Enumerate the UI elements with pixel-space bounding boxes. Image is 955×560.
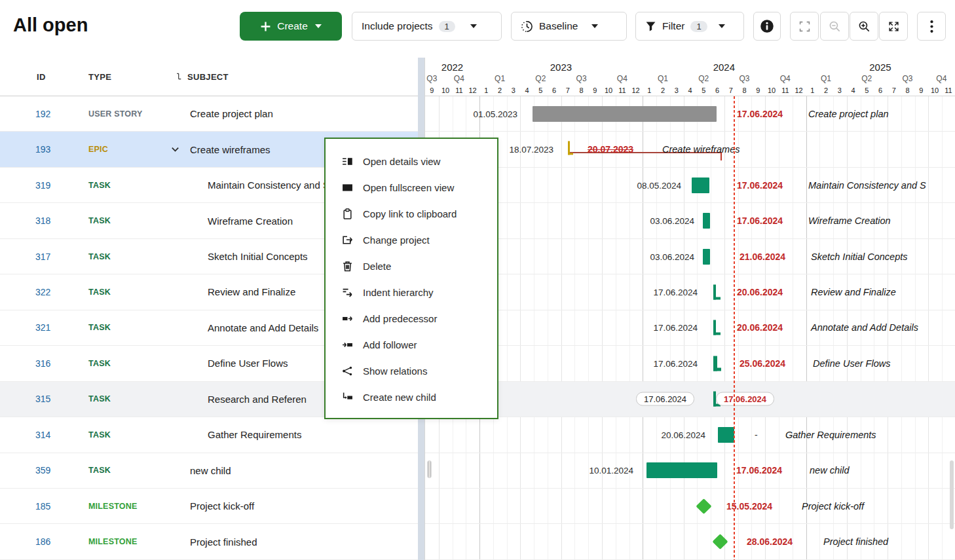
timeline-month-label: 7 (561, 86, 575, 94)
work-package-id-link[interactable]: 317 (0, 252, 88, 262)
fullscreen-icon (341, 182, 353, 193)
gantt-clamp-bar[interactable] (713, 320, 722, 335)
indent-icon (341, 287, 353, 298)
toolbar: All open Create Include projects 1 Basel… (0, 0, 955, 58)
table-row-186[interactable]: 186MILESTONEProject finished (0, 524, 418, 559)
gantt-end-date-label: 20.07.2023 (588, 144, 633, 155)
fullscreen-expand-button[interactable] (879, 12, 908, 41)
work-package-id-link[interactable]: 315 (0, 394, 88, 404)
gantt-start-date-label: 08.05.2024 (637, 180, 681, 190)
context-menu-item-follower[interactable]: Add follower (326, 331, 497, 358)
gantt-subject-label: Create wireframes (662, 144, 740, 155)
create-button[interactable]: Create (240, 12, 342, 41)
gantt-bar[interactable] (703, 213, 710, 229)
gantt-subject-label: Review and Finalize (811, 287, 896, 297)
context-menu-item-delete[interactable]: Delete (326, 253, 497, 279)
column-header-subject[interactable]: SUBJECT (167, 72, 418, 82)
work-package-type: TASK (88, 252, 167, 261)
work-package-id-link[interactable]: 193 (0, 144, 88, 155)
work-package-subject: Maintain Consistency and S (167, 179, 329, 191)
gantt-clamp-bar[interactable] (713, 356, 722, 371)
timeline-month-label: 6 (548, 86, 561, 94)
gantt-milestone-diamond[interactable] (712, 534, 728, 550)
gantt-start-date-label[interactable]: 17.06.2024 (636, 392, 694, 406)
timeline-month-label: 2 (493, 86, 507, 94)
table-row-192[interactable]: 192USER STORYCreate project plan (0, 96, 418, 132)
timeline-month-label: 5 (534, 86, 548, 94)
gantt-bar[interactable] (692, 177, 709, 193)
zoom-to-fit-button[interactable] (790, 12, 819, 41)
context-menu-item-indent[interactable]: Indent hierarchy (326, 279, 497, 305)
work-package-id-link[interactable]: 316 (0, 358, 88, 369)
baseline-button[interactable]: Baseline (511, 12, 627, 41)
info-icon (760, 19, 774, 33)
context-menu-item-fullscreen[interactable]: Open fullscreen view (326, 174, 497, 200)
timeline-drag-handle[interactable] (427, 460, 432, 478)
zoom-out-button[interactable] (820, 12, 849, 41)
baseline-clock-icon (521, 20, 533, 33)
work-package-id-link[interactable]: 319 (0, 180, 88, 191)
gantt-body: 01.05.202317.06.2024Create project plan1… (425, 96, 955, 560)
collapse-chevron-icon[interactable] (170, 145, 180, 155)
timeline-quarter-label: Q3 (887, 74, 927, 83)
timeline-quarter-label: Q1 (479, 74, 520, 83)
column-header-id[interactable]: ID (0, 72, 88, 82)
zoom-in-button[interactable] (850, 12, 878, 41)
info-button[interactable] (753, 12, 781, 41)
context-menu-item-changeproject[interactable]: Change project (326, 227, 497, 253)
gantt-epic-baseline-bracket (568, 141, 570, 155)
context-menu-item-relations[interactable]: Show relations (326, 358, 497, 384)
work-package-id-link[interactable]: 321 (0, 322, 88, 333)
timeline-month-label: 3 (833, 86, 847, 94)
context-menu-item-label: Delete (363, 261, 391, 272)
column-header-type[interactable]: TYPE (88, 72, 167, 82)
context-menu-item-predecessor[interactable]: Add predecessor (326, 305, 497, 331)
timeline-quarter-label: Q1 (643, 74, 683, 83)
work-package-type: MILESTONE (88, 537, 167, 546)
context-menu-item-details[interactable]: Open details view (326, 148, 497, 174)
vertical-scrollbar-thumb[interactable] (950, 460, 954, 529)
timeline-month-label: 6 (711, 86, 724, 94)
work-package-subject: Review and Finalize (167, 286, 295, 297)
chevron-down-icon (470, 24, 477, 28)
work-package-id-link[interactable]: 185 (0, 501, 88, 512)
work-package-id-link[interactable]: 192 (0, 109, 88, 119)
page-title: All open (13, 14, 88, 36)
work-package-id-link[interactable]: 314 (0, 430, 88, 440)
include-projects-button[interactable]: Include projects 1 (352, 12, 502, 41)
timeline-month-label: 4 (846, 86, 860, 94)
gantt-bar[interactable] (533, 106, 717, 122)
work-package-subject: Create wireframes (167, 144, 271, 155)
gantt-milestone-diamond[interactable] (696, 498, 711, 514)
context-menu-item-newchild[interactable]: Create new child (326, 384, 497, 410)
gantt-end-date-label[interactable]: 17.06.2024 (716, 392, 774, 406)
work-package-subject: Gather Requirements (167, 429, 301, 440)
gantt-row-322: 17.06.202420.06.2024Review and Finalize (425, 274, 955, 310)
follower-icon (341, 339, 353, 350)
gantt-bar[interactable] (646, 462, 717, 478)
timeline-quarter-label: Q1 (806, 74, 846, 83)
filter-button[interactable]: Filter 1 (635, 12, 744, 41)
work-package-subject: Annotate and Add Details (167, 322, 318, 333)
create-button-label: Create (277, 20, 308, 32)
gantt-end-date-label: 17.06.2024 (737, 180, 783, 191)
timeline-month-label: 10 (439, 86, 453, 94)
work-package-id-link[interactable]: 359 (0, 465, 88, 476)
work-package-subject: Research and Referen (167, 394, 307, 405)
gantt-start-date-label: 17.06.2024 (653, 358, 698, 368)
context-menu-item-clipboard[interactable]: Copy link to clipboard (326, 200, 497, 227)
work-package-subject: Project kick-off (167, 500, 254, 512)
gantt-start-date-label: 20.06.2024 (661, 430, 705, 439)
work-package-id-link[interactable]: 186 (0, 536, 88, 547)
work-package-id-link[interactable]: 322 (0, 287, 88, 297)
table-row-185[interactable]: 185MILESTONEProject kick-off (0, 489, 418, 524)
gantt-bar[interactable] (703, 249, 710, 265)
work-package-id-link[interactable]: 318 (0, 215, 88, 226)
timeline-quarter-label: Q4 (602, 74, 643, 83)
work-package-type: TASK (88, 394, 167, 403)
table-row-359[interactable]: 359TASKnew child (0, 453, 418, 489)
gantt-bar[interactable] (718, 427, 734, 443)
gantt-clamp-bar[interactable] (713, 284, 722, 299)
table-row-314[interactable]: 314TASKGather Requirements (0, 417, 418, 453)
more-options-button[interactable] (917, 12, 946, 41)
